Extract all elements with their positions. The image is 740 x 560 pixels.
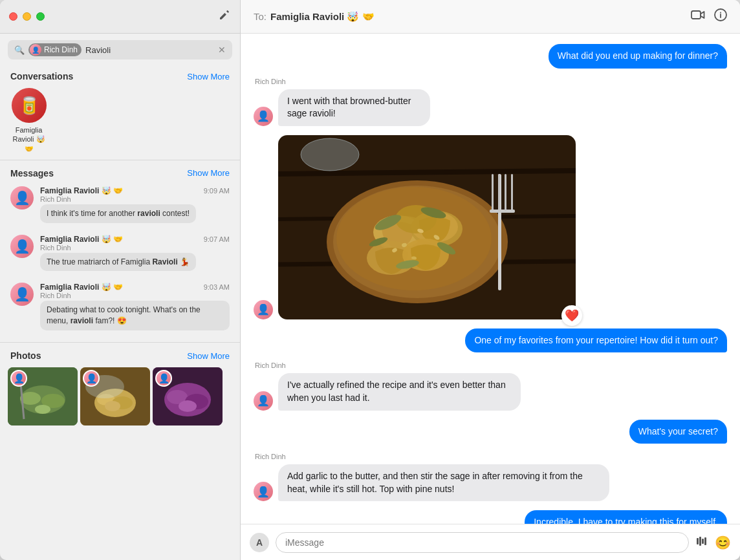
sender-name: Rich Dinh [254,453,286,460]
message-row-outgoing: Incredible. I have to try making this fo… [254,510,727,524]
sender-name: Rich Dinh [254,361,286,369]
message-bubble-out: What's your secret? [629,420,727,444]
svg-rect-53 [697,538,699,544]
svg-rect-56 [704,537,706,545]
photo-thumb[interactable]: 👤 [8,367,78,425]
message-result-content: Famiglia Ravioli 🤯 🤝 9:03 AM Rich Dinh D… [40,283,230,330]
message-bubble-in: I went with that browned-butter sage rav… [278,89,430,126]
message-result-item[interactable]: 👤 Famiglia Ravioli 🤯 🤝 9:03 AM Rich Dinh… [5,277,235,336]
svg-rect-47 [492,174,494,213]
image-message: ❤️ [278,135,576,319]
message-input[interactable] [276,532,689,553]
message-result-group: Famiglia Ravioli 🤯 🤝 [40,186,123,195]
search-contact-name: Rich Dinh [44,45,78,54]
message-row-incoming: 👤 I went with that browned-butter sage r… [254,89,471,126]
bubble-avatar: 👤 [254,107,273,126]
messages-area[interactable]: What did you end up making for dinner? R… [241,34,740,524]
search-contact-avatar: 👤 [30,44,41,56]
svg-point-11 [105,401,120,411]
conversations-title: Conversations [10,71,73,81]
conversation-item-famiglia[interactable]: 🥫 FamigliaRavioli 🤯 🤝 [8,88,50,153]
app-icon: A [256,537,263,548]
messages-show-more[interactable]: Show More [187,168,230,178]
message-result-from: Rich Dinh [40,292,230,299]
photos-grid: 👤 👤 [0,363,240,433]
message-row-incoming: 👤 Add garlic to the butter, and then sti… [254,464,727,501]
emoji-icon[interactable]: 😊 [715,535,731,550]
message-result-bubble: Debating what to cook tonight. What's on… [40,301,230,330]
bubble-avatar: 👤 [254,482,273,501]
search-clear-icon[interactable]: ✕ [218,45,226,55]
svg-rect-18 [691,11,701,19]
message-result-content: Famiglia Ravioli 🤯 🤝 9:09 AM Rich Dinh I… [40,186,230,223]
svg-line-23 [278,171,576,174]
app-button[interactable]: A [250,533,269,552]
photo-avatar-badge: 👤 [155,370,172,387]
conversations-show-more[interactable]: Show More [187,72,230,81]
message-bubble-out: Incredible. I have to try making this fo… [525,510,727,524]
chat-header-title: To: Famiglia Ravioli 🤯 🤝 [254,11,375,23]
message-result-bubble: I think it's time for another ravioli co… [40,204,196,223]
message-result-bubble: The true matriarch of Famiglia Ravioli 💃 [40,253,196,272]
message-result-group: Famiglia Ravioli 🤯 🤝 [40,235,123,244]
sidebar: 🔍 👤 Rich Dinh ✕ Conversations Show More … [0,0,241,560]
message-result-from: Rich Dinh [40,195,230,203]
message-results: 👤 Famiglia Ravioli 🤯 🤝 9:09 AM Rich Dinh… [0,181,240,337]
message-result-from: Rich Dinh [40,244,230,252]
svg-rect-48 [498,174,500,213]
svg-point-45 [336,187,492,290]
svg-point-17 [179,400,197,412]
svg-rect-54 [699,537,701,546]
photo-thumb[interactable]: 👤 [80,367,150,425]
message-result-avatar: 👤 [10,235,34,258]
svg-point-52 [301,138,359,171]
sender-name: Rich Dinh [254,78,286,85]
svg-point-21 [720,12,721,14]
minimize-button[interactable] [23,12,31,21]
bubble-avatar: 👤 [254,300,273,319]
audio-icon[interactable] [695,535,708,550]
message-bubble-in: Add garlic to the butter, and then stir … [278,464,609,501]
chat-header: To: Famiglia Ravioli 🤯 🤝 [241,0,740,34]
messages-section-header: Messages Show More [0,163,240,181]
photo-thumb[interactable]: 👤 [153,367,223,425]
video-call-icon[interactable] [691,10,705,23]
bubble-avatar: 👤 [254,391,273,411]
message-result-group: Famiglia Ravioli 🤯 🤝 [40,283,123,292]
search-icon: 🔍 [14,45,25,55]
conversations-section-header: Conversations Show More [0,66,240,84]
chat-recipient: Famiglia Ravioli 🤯 🤝 [270,11,375,23]
traffic-lights [9,12,45,21]
search-bar: 🔍 👤 Rich Dinh ✕ [8,40,232,59]
compose-button[interactable] [218,8,231,25]
message-row-incoming-image: 👤 [254,135,576,319]
search-contact-chip: 👤 Rich Dinh [28,43,82,56]
message-result-item[interactable]: 👤 Famiglia Ravioli 🤯 🤝 9:07 AM Rich Dinh… [5,230,235,277]
svg-rect-55 [702,539,704,544]
message-bubble-out: One of my favorites from your repertoire… [465,328,727,353]
chat-panel: To: Famiglia Ravioli 🤯 🤝 [241,0,740,560]
photos-title: Photos [10,350,41,361]
message-result-avatar: 👤 [10,283,34,306]
photos-section-header: Photos Show More [0,345,240,363]
messages-title: Messages [10,168,54,178]
input-area: A 😊 [241,524,740,560]
svg-rect-51 [490,210,515,213]
maximize-button[interactable] [36,12,45,21]
message-bubble-out: What did you end up making for dinner? [549,44,727,69]
message-row-outgoing: One of my favorites from your repertoire… [254,328,727,353]
svg-rect-49 [505,174,506,213]
photos-show-more[interactable]: Show More [187,351,230,361]
chat-header-icons [691,8,727,25]
photo-avatar-badge: 👤 [10,370,27,387]
close-button[interactable] [9,12,17,21]
message-result-time: 9:07 AM [204,235,230,243]
search-input[interactable] [85,45,214,55]
conversation-avatar: 🥫 [12,88,47,123]
info-icon[interactable] [714,8,727,25]
message-result-avatar: 👤 [10,186,34,210]
message-result-item[interactable]: 👤 Famiglia Ravioli 🤯 🤝 9:09 AM Rich Dinh… [5,181,235,228]
message-row-incoming: 👤 I've actually refined the recipe and i… [254,373,600,410]
message-bubble-in: I've actually refined the recipe and it'… [278,373,521,410]
conversations-list: 🥫 FamigliaRavioli 🤯 🤝 [0,84,240,157]
